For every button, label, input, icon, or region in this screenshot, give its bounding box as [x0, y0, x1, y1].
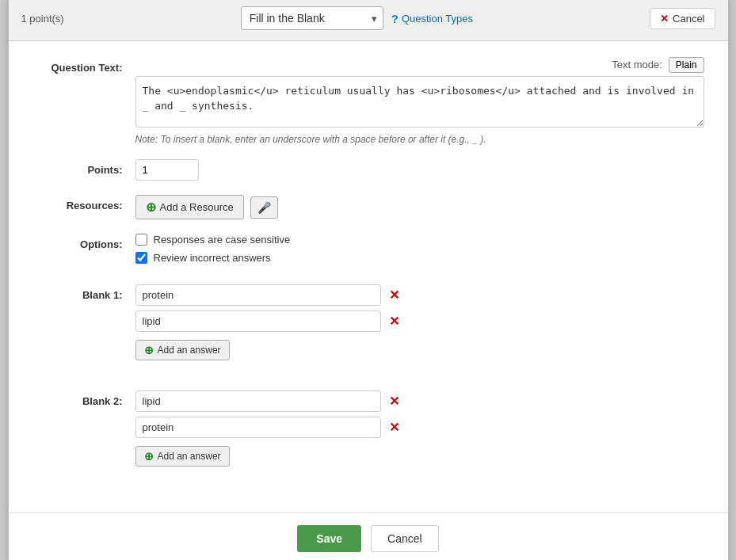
blank2-row: Blank 2: ✕ ✕ ⊕ Add an answer: [32, 390, 704, 482]
add-resource-button[interactable]: ⊕ Add a Resource: [135, 195, 244, 219]
review-incorrect-checkbox[interactable]: [135, 252, 147, 264]
points-label: 1 point(s): [21, 13, 64, 25]
question-text-label: Question Text:: [32, 57, 135, 74]
blank2-content: ✕ ✕ ⊕ Add an answer: [135, 390, 704, 467]
question-textarea[interactable]: The <u>endoplasmic</u> reticulum usually…: [135, 76, 704, 128]
x-icon: ✕: [660, 13, 669, 25]
header-center: Fill in the Blank ? Question Types: [241, 6, 473, 30]
text-mode-row: Text mode: Plain: [135, 57, 704, 73]
blank2-answer-2-row: ✕: [135, 417, 704, 438]
blank1-answer-1-input[interactable]: [135, 284, 381, 306]
case-sensitive-label: Responses are case sensitive: [154, 234, 291, 246]
add-resource-label: Add a Resource: [160, 201, 234, 213]
question-type-dropdown-wrapper[interactable]: Fill in the Blank: [241, 6, 383, 30]
modal-footer: Save Cancel: [9, 512, 728, 561]
note-text: Note: To insert a blank, enter an unders…: [135, 134, 704, 145]
blank1-add-plus-icon: ⊕: [144, 344, 154, 356]
question-text-content: Text mode: Plain The <u>endoplasmic</u> …: [135, 57, 704, 145]
blank2-add-plus-icon: ⊕: [144, 450, 154, 463]
resources-row: Resources: ⊕ Add a Resource 🎤: [32, 195, 704, 219]
options-label: Options:: [32, 234, 135, 250]
question-mark-icon: ?: [391, 12, 399, 25]
blank2-add-answer-label: Add an answer: [158, 451, 221, 462]
points-content: [135, 159, 704, 181]
points-label: Points:: [32, 159, 135, 176]
case-sensitive-row: Responses are case sensitive: [135, 234, 704, 246]
blank2-add-answer-button[interactable]: ⊕ Add an answer: [135, 446, 230, 467]
blank2-answer-2-input[interactable]: [135, 417, 381, 438]
question-type-select[interactable]: Fill in the Blank: [241, 6, 383, 30]
modal-body: Question Text: Text mode: Plain The <u>e…: [9, 41, 728, 512]
modal-container: 1 point(s) Fill in the Blank ? Question …: [8, 0, 729, 560]
points-row: Points:: [32, 159, 704, 181]
question-text-row: Question Text: Text mode: Plain The <u>e…: [32, 57, 704, 145]
blank1-answer-2-row: ✕: [135, 310, 704, 332]
question-types-link[interactable]: ? Question Types: [391, 12, 473, 25]
resources-content: ⊕ Add a Resource 🎤: [135, 195, 704, 219]
review-incorrect-label: Review incorrect answers: [154, 252, 271, 264]
points-input[interactable]: [135, 159, 199, 181]
blank1-row: Blank 1: ✕ ✕ ⊕ Add an answer: [32, 284, 704, 376]
footer-cancel-button[interactable]: Cancel: [371, 525, 439, 552]
blank2-answer-1-input[interactable]: [135, 390, 381, 412]
microphone-icon: 🎤: [257, 201, 271, 214]
blank1-answer-2-input[interactable]: [135, 310, 381, 332]
resources-label: Resources:: [32, 195, 135, 211]
blank1-answer-1-remove-button[interactable]: ✕: [386, 288, 402, 303]
blank1-answer-1-row: ✕: [135, 284, 704, 306]
options-row: Options: Responses are case sensitive Re…: [32, 234, 704, 270]
blank2-answer-2-remove-button[interactable]: ✕: [386, 420, 402, 435]
blank1-add-answer-button[interactable]: ⊕ Add an answer: [135, 340, 230, 360]
blank1-content: ✕ ✕ ⊕ Add an answer: [135, 284, 704, 360]
header-cancel-label: Cancel: [673, 13, 704, 25]
blank2-answer-1-row: ✕: [135, 390, 704, 412]
text-mode-label: Text mode:: [612, 59, 662, 70]
plain-mode-button[interactable]: Plain: [669, 57, 704, 73]
microphone-button[interactable]: 🎤: [250, 196, 278, 219]
options-content: Responses are case sensitive Review inco…: [135, 234, 704, 270]
case-sensitive-checkbox[interactable]: [135, 234, 147, 246]
modal-header: 1 point(s) Fill in the Blank ? Question …: [9, 0, 728, 41]
review-incorrect-row: Review incorrect answers: [135, 252, 704, 264]
blank1-answer-2-remove-button[interactable]: ✕: [386, 314, 402, 329]
header-cancel-button[interactable]: ✕ Cancel: [650, 8, 715, 29]
save-button[interactable]: Save: [297, 525, 361, 552]
question-types-label: Question Types: [402, 13, 473, 25]
blank2-answer-1-remove-button[interactable]: ✕: [386, 394, 402, 409]
blank1-label: Blank 1:: [32, 284, 135, 301]
blank1-add-answer-label: Add an answer: [158, 345, 221, 356]
add-resource-plus-icon: ⊕: [146, 200, 156, 215]
blank2-label: Blank 2:: [32, 390, 135, 407]
